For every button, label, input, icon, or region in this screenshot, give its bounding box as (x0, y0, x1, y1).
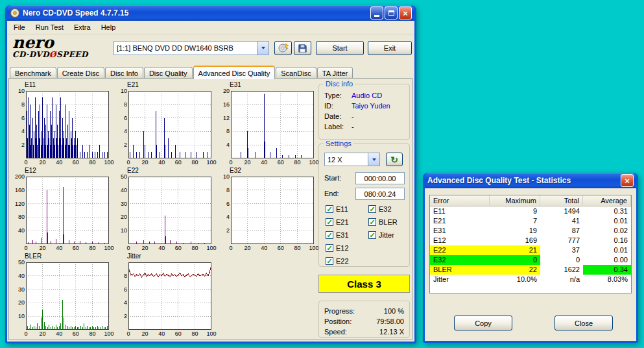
field-value: Taiyo Yuden (352, 102, 390, 110)
save-icon (298, 44, 307, 53)
checkbox-e11[interactable]: ✓E11 (326, 203, 349, 216)
error-checkbox-column-2: ✓E32✓BLER✓Jitter (368, 203, 398, 242)
menu-file[interactable]: File (8, 22, 30, 32)
drive-select[interactable]: [1:1] BENQ DVD DD DW1640 BSRB (113, 41, 269, 55)
stats-row[interactable]: E11914940.31 (430, 206, 631, 216)
checkbox-e22[interactable]: ✓E22 (326, 255, 349, 267)
field-label: Label: (324, 123, 352, 130)
end-time-label: End: (324, 190, 339, 197)
y-axis-tick: 40 (13, 273, 25, 279)
copy-button[interactable]: Copy (454, 316, 512, 330)
speed-select-arrow[interactable] (368, 153, 379, 166)
end-time-field[interactable]: 080:00.24 (355, 188, 405, 200)
y-axis-tick: 10 (13, 313, 25, 319)
stats-titlebar[interactable]: Advanced Disc Quality Test - Statistics … (425, 173, 636, 188)
stats-cell-average: 0.01 (583, 216, 631, 226)
refresh-button[interactable]: ↻ (386, 153, 403, 166)
speed-select[interactable]: 12 X (324, 153, 380, 166)
disc-icon (278, 43, 289, 53)
tab-strip: BenchmarkCreate DiscDisc InfoDisc Qualit… (10, 65, 353, 79)
start-button[interactable]: Start (316, 41, 364, 55)
minimize-icon (374, 15, 379, 17)
stats-col-total[interactable]: Total (540, 195, 583, 206)
tab-disc-info[interactable]: Disc Info (105, 67, 143, 79)
start-time-field[interactable]: 000:00.00 (355, 172, 405, 184)
save-results-button[interactable] (294, 41, 311, 55)
checkmark-icon: ✓ (368, 218, 376, 226)
y-axis-tick: 10 (13, 88, 25, 94)
stats-cell-error: E11 (430, 206, 490, 216)
stats-cell-error: E21 (430, 216, 490, 226)
y-axis-tick: 8 (13, 101, 25, 108)
progress-group: Progress:100 %Position:79:58.00Speed:12.… (318, 301, 410, 338)
stats-cell-total: 87 (540, 226, 583, 236)
y-axis-tick: 120 (13, 201, 25, 207)
x-axis-tick: 40 (258, 159, 270, 166)
main-titlebar[interactable]: Nero CD-DVD Speed 4.7.7.15 × (7, 5, 414, 21)
drive-select-arrow[interactable] (257, 42, 268, 55)
drive-select-value: [1:1] BENQ DVD DD DW1640 BSRB (114, 44, 257, 52)
stats-col-maximum[interactable]: Maximum (490, 195, 540, 206)
y-axis-tick: 4 (13, 128, 25, 134)
tab-create-disc[interactable]: Create Disc (57, 67, 104, 79)
y-axis-tick: 6 (115, 286, 127, 293)
chart-plot (26, 262, 109, 330)
menu-help[interactable]: Help (96, 22, 121, 32)
stats-row[interactable]: BLER2216220.34 (430, 265, 631, 275)
stats-row[interactable]: E32000.00 (430, 255, 631, 265)
tab-ta-jitter[interactable]: TA Jitter (317, 67, 353, 79)
checkmark-icon: ✓ (326, 257, 333, 265)
close-button[interactable]: × (399, 6, 412, 19)
minimize-button[interactable] (370, 6, 383, 19)
maximize-button[interactable] (385, 6, 398, 19)
chart-plot (26, 91, 109, 158)
stats-window-title: Advanced Disc Quality Test - Statistics (427, 176, 618, 185)
stats-col-error[interactable]: Error (430, 195, 490, 206)
chart-title: E12 (25, 167, 36, 174)
stats-row[interactable]: E217410.01 (430, 216, 631, 226)
chart-plot (26, 177, 109, 244)
stats-row[interactable]: E2221370.01 (430, 245, 631, 255)
progress-row: Position:79:58.00 (324, 317, 404, 325)
x-axis-tick: 0 (123, 159, 134, 166)
x-axis-tick: 60 (173, 159, 184, 166)
field-value: - (352, 123, 354, 130)
checkbox-label: E11 (336, 205, 348, 213)
disc-info-button[interactable] (274, 41, 292, 55)
stats-cell-error: Jitter (430, 275, 490, 284)
stats-row[interactable]: E3119870.02 (430, 226, 631, 236)
maximize-icon (388, 10, 394, 16)
stats-close-button-bottom[interactable]: Close (555, 316, 613, 330)
stats-cell-error: E22 (430, 245, 490, 255)
menu-extra[interactable]: Extra (69, 22, 96, 32)
stats-row[interactable]: E121697770.16 (430, 236, 631, 245)
disc-info-row: Type:Audio CD (324, 92, 409, 99)
stats-row[interactable]: Jitter10.0%n/a8.03% (430, 275, 631, 284)
checkbox-label: E32 (379, 205, 392, 213)
x-axis-tick: 60 (70, 330, 82, 337)
y-axis-tick: 50 (115, 173, 127, 180)
stats-close-button[interactable]: × (621, 174, 634, 187)
tab-disc-quality[interactable]: Disc Quality (144, 67, 193, 79)
y-axis-tick: 8 (218, 187, 230, 193)
y-axis-tick: 4 (115, 128, 127, 134)
tab-advanced-disc-quality[interactable]: Advanced Disc Quality (193, 66, 276, 79)
checkbox-e32[interactable]: ✓E32 (368, 203, 398, 216)
chevron-down-icon (372, 158, 376, 161)
x-axis-tick: 40 (156, 159, 167, 166)
tab-scandisc[interactable]: ScanDisc (276, 67, 316, 79)
x-axis-tick: 20 (139, 330, 151, 337)
exit-button[interactable]: Exit (368, 41, 412, 55)
checkbox-bler[interactable]: ✓BLER (368, 216, 398, 229)
checkbox-e31[interactable]: ✓E31 (326, 229, 349, 242)
stats-window-body: ErrorMaximumTotalAverage E11914940.31E21… (425, 188, 636, 341)
window-title: Nero CD-DVD Speed 4.7.7.15 (23, 8, 368, 18)
stats-cell-maximum: 22 (490, 265, 540, 275)
stats-col-average[interactable]: Average (583, 195, 631, 206)
checkbox-e12[interactable]: ✓E12 (326, 242, 349, 255)
checkbox-e21[interactable]: ✓E21 (326, 216, 349, 229)
tab-benchmark[interactable]: Benchmark (10, 67, 56, 79)
main-window: Nero CD-DVD Speed 4.7.7.15 × FileRun Tes… (5, 5, 416, 343)
checkbox-jitter[interactable]: ✓Jitter (368, 229, 398, 242)
menu-run-test[interactable]: Run Test (30, 22, 69, 32)
